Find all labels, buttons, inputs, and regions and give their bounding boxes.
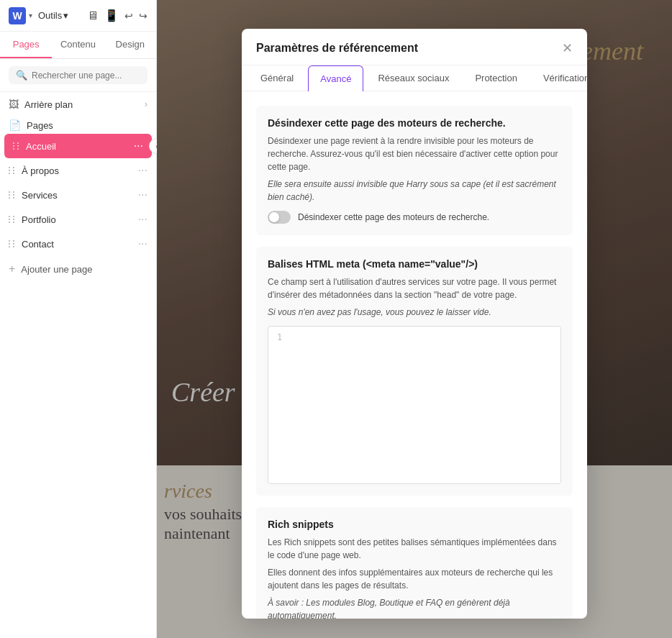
- section-desindexer-title: Désindexer cette page des moteurs de rec…: [268, 117, 561, 129]
- section-meta-desc: Ce champ sert à l'utilisation d'autres s…: [268, 275, 561, 301]
- modal-header: Paramètres de référencement ✕: [242, 29, 587, 65]
- section-rich-desc: Les Rich snippets sont des petites balis…: [268, 536, 561, 562]
- tab-design[interactable]: Design: [104, 32, 156, 58]
- more-icon[interactable]: ···: [138, 189, 147, 201]
- section-rich-snippets: Rich snippets Les Rich snippets sont des…: [256, 507, 573, 619]
- sidebar-item-contact[interactable]: Contact ···: [0, 232, 156, 256]
- right-arrow-icon: ›: [145, 99, 147, 109]
- sidebar-item-accueil[interactable]: Accueil ···: [4, 134, 152, 158]
- modal-body: Désindexer cette page des moteurs de rec…: [242, 91, 587, 619]
- add-page-label: Ajouter une page: [21, 264, 92, 275]
- more-icon[interactable]: ···: [138, 165, 147, 176]
- redo-icon[interactable]: ↪: [139, 10, 147, 22]
- sidebar-item-a-propos[interactable]: À propos ···: [0, 158, 156, 183]
- pages-heading: 📄 Pages: [0, 117, 156, 134]
- tab-protection[interactable]: Protection: [463, 65, 529, 91]
- drag-handle-icon: [9, 167, 16, 174]
- pages-label: Pages: [27, 120, 53, 131]
- top-bar: W ▾ Outils ▾ 🖥 📱 ↩ ↪: [0, 0, 156, 32]
- tab-general[interactable]: Général: [249, 65, 305, 91]
- modal-overlay: Paramètres de référencement ✕ Général Av…: [157, 0, 672, 638]
- modal-tabs: Général Avancé Réseaux sociaux Protectio…: [242, 65, 587, 91]
- chevron-down-icon: ▾: [29, 12, 32, 19]
- meta-code-textarea[interactable]: 1: [268, 326, 561, 484]
- item-label: Portfolio: [22, 214, 132, 225]
- sidebar-item-services[interactable]: Services ···: [0, 183, 156, 207]
- sidebar: W ▾ Outils ▾ 🖥 📱 ↩ ↪ Pages Contenu Desig…: [0, 0, 157, 638]
- logo-area[interactable]: W ▾: [9, 7, 32, 24]
- item-label: Contact: [22, 239, 132, 250]
- tab-avance[interactable]: Avancé: [308, 65, 363, 91]
- search-bar: 🔍: [0, 59, 156, 92]
- section-rich-desc2: Elles donnent des infos supplémentaires …: [268, 566, 561, 592]
- tab-reseaux-sociaux[interactable]: Réseaux sociaux: [366, 65, 460, 91]
- drag-handle-icon: [9, 216, 16, 223]
- sidebar-tabs: Pages Contenu Design: [0, 32, 156, 59]
- pages-icon: 📄: [9, 119, 21, 131]
- tab-contenu[interactable]: Contenu: [52, 32, 104, 58]
- drag-handle-icon: [9, 240, 16, 247]
- toggle-label: Désindexer cette page des moteurs de rec…: [298, 212, 489, 222]
- sidebar-item-portfolio[interactable]: Portfolio ···: [0, 207, 156, 232]
- drag-handle-icon: [9, 191, 16, 199]
- section-desindexer-desc: Désindexer une page revient à la rendre …: [268, 135, 561, 173]
- section-meta: Balises HTML meta (<meta name="value"/>)…: [256, 247, 573, 496]
- image-icon: 🖼: [9, 99, 19, 110]
- section-meta-title: Balises HTML meta (<meta name="value"/>): [268, 258, 561, 270]
- section-desindexer: Désindexer cette page des moteurs de rec…: [256, 106, 573, 235]
- tab-verifications[interactable]: Vérifications: [532, 65, 587, 91]
- line-number: 1: [277, 332, 286, 342]
- drag-handle-icon: [13, 142, 20, 150]
- seo-modal: Paramètres de référencement ✕ Général Av…: [242, 29, 587, 619]
- sidebar-item-arriere-plan[interactable]: 🖼 Arrière plan ›: [0, 92, 156, 117]
- logo-icon: W: [9, 7, 26, 24]
- item-label: Services: [22, 190, 132, 201]
- add-page-button[interactable]: + Ajouter une page: [0, 256, 156, 282]
- plus-icon: +: [9, 263, 15, 275]
- outils-button[interactable]: Outils ▾: [38, 10, 68, 21]
- item-label: À propos: [22, 165, 132, 176]
- mobile-icon[interactable]: 📱: [104, 9, 119, 22]
- search-input[interactable]: [32, 70, 140, 81]
- more-icon[interactable]: ···: [138, 238, 147, 250]
- more-icon[interactable]: ···: [138, 214, 147, 225]
- modal-title: Paramètres de référencement: [256, 42, 418, 55]
- section-rich-title: Rich snippets: [268, 519, 561, 530]
- search-wrap: 🔍: [9, 66, 147, 84]
- section-rich-italic: À savoir : Les modules Blog, Boutique et…: [268, 596, 561, 619]
- main-area: vénement Créer d rvices vos souhaits nai…: [157, 0, 672, 638]
- toggle-row: Désindexer cette page des moteurs de rec…: [268, 211, 561, 224]
- desindexer-toggle[interactable]: [268, 211, 291, 224]
- section-desindexer-italic: Elle sera ensuite aussi invisible que Ha…: [268, 178, 561, 204]
- arriere-plan-label: Arrière plan: [24, 99, 73, 110]
- modal-close-button[interactable]: ✕: [562, 42, 573, 55]
- monitor-icon[interactable]: 🖥: [87, 9, 99, 22]
- tab-pages[interactable]: Pages: [0, 32, 52, 58]
- more-icon[interactable]: ···: [134, 140, 143, 152]
- section-meta-italic: Si vous n'en avez pas l'usage, vous pouv…: [268, 306, 561, 319]
- search-icon: 🔍: [16, 70, 27, 81]
- toggle-knob: [269, 212, 279, 222]
- undo-icon[interactable]: ↩: [124, 10, 133, 22]
- item-label: Accueil: [26, 141, 128, 152]
